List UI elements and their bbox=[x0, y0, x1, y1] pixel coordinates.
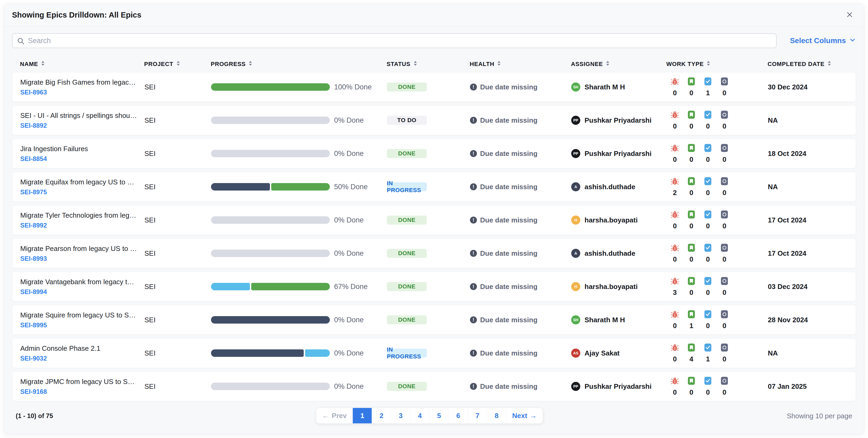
avatar: PP bbox=[571, 382, 580, 391]
status-cell: DONE bbox=[387, 382, 470, 391]
avatar: SH bbox=[571, 82, 580, 92]
epic-name-cell: Jira Ingestion FailuresSEI-8854 bbox=[20, 145, 145, 163]
exclamation-icon: ! bbox=[470, 383, 477, 390]
close-icon bbox=[846, 11, 854, 20]
epic-name: Migrate Tyler Technologies from legacy U… bbox=[20, 211, 137, 220]
project-cell: SEI bbox=[145, 183, 211, 191]
search-icon bbox=[17, 37, 25, 46]
story-icon bbox=[688, 343, 695, 352]
progress-segment bbox=[305, 349, 330, 357]
task-icon bbox=[705, 210, 711, 219]
work-type-item: 0 bbox=[683, 277, 700, 297]
chevron-down-icon bbox=[849, 36, 856, 45]
sort-icon[interactable] bbox=[706, 60, 711, 68]
avatar: SH bbox=[571, 315, 580, 324]
page-button-4[interactable]: 4 bbox=[410, 408, 430, 424]
select-columns-button[interactable]: Select Columns bbox=[790, 36, 856, 45]
page-button-7[interactable]: 7 bbox=[468, 408, 487, 424]
epic-id-link[interactable]: SEI-8992 bbox=[20, 222, 145, 229]
sort-icon[interactable] bbox=[41, 60, 45, 68]
work-type-cell: 3000 bbox=[666, 277, 768, 297]
assignee-name: harsha.boyapati bbox=[585, 282, 638, 291]
page-button-6[interactable]: 6 bbox=[448, 408, 468, 424]
column-header-assignee[interactable]: Assignee bbox=[571, 60, 666, 68]
epic-name: Migrate Equifax from legacy US to SEI on… bbox=[20, 178, 137, 186]
column-header-completed-date[interactable]: Completed Date bbox=[768, 60, 856, 68]
exclamation-icon: ! bbox=[470, 150, 477, 157]
sort-icon[interactable] bbox=[606, 60, 610, 68]
sort-icon[interactable] bbox=[176, 60, 180, 68]
sort-icon[interactable] bbox=[413, 60, 417, 68]
page-button-8[interactable]: 8 bbox=[487, 408, 506, 424]
issue-circle-icon bbox=[721, 110, 728, 119]
column-header-work-type[interactable]: Work Type bbox=[666, 60, 768, 68]
table-row: Migrate Equifax from legacy US to SEI on… bbox=[12, 172, 856, 202]
sort-icon[interactable] bbox=[248, 60, 253, 68]
health-label: Due date missing bbox=[480, 382, 537, 391]
epic-id-link[interactable]: SEI-8892 bbox=[20, 122, 145, 129]
epic-name-cell: Migrate Pearson from legacy US to SEI on… bbox=[20, 244, 145, 262]
column-header-name[interactable]: Name bbox=[20, 60, 144, 68]
work-type-count: 0 bbox=[722, 255, 726, 263]
work-type-cell: 0100 bbox=[666, 310, 768, 330]
prev-page-button[interactable]: ←Prev bbox=[316, 408, 353, 424]
column-header-label: Name bbox=[20, 61, 38, 68]
work-type-item: 0 bbox=[683, 77, 700, 97]
work-type-cell: 0000 bbox=[666, 110, 768, 130]
work-type-item: 0 bbox=[716, 310, 733, 330]
work-type-count: 0 bbox=[722, 189, 726, 197]
work-type-count: 4 bbox=[689, 355, 693, 363]
next-page-button[interactable]: Next→ bbox=[506, 408, 542, 424]
column-header-status[interactable]: Status bbox=[386, 60, 470, 68]
epic-name-cell: Migrate Big Fish Games from legacy US to… bbox=[20, 78, 145, 96]
search-input[interactable] bbox=[12, 33, 777, 48]
work-type-count: 0 bbox=[673, 355, 677, 363]
sort-icon[interactable] bbox=[827, 60, 832, 68]
page-button-2[interactable]: 2 bbox=[372, 408, 391, 424]
work-type-count: 0 bbox=[673, 322, 677, 330]
progress-cell: 0% Done bbox=[211, 382, 387, 391]
column-header-progress[interactable]: Progress bbox=[211, 60, 386, 68]
work-type-count: 0 bbox=[722, 355, 726, 363]
epic-id-link[interactable]: SEI-8994 bbox=[20, 288, 145, 296]
epic-id-link[interactable]: SEI-8854 bbox=[20, 155, 145, 163]
arrow-left-icon: ← bbox=[322, 412, 329, 420]
page-button-5[interactable]: 5 bbox=[430, 408, 448, 424]
epic-id-link[interactable]: SEI-8975 bbox=[20, 189, 145, 196]
epic-id-link[interactable]: SEI-8963 bbox=[20, 89, 145, 96]
sort-icon[interactable] bbox=[497, 60, 501, 68]
project-cell: SEI bbox=[145, 249, 211, 258]
assignee-name: harsha.boyapati bbox=[585, 216, 638, 224]
work-type-count: 0 bbox=[722, 89, 726, 97]
table-row: Jira Ingestion FailuresSEI-8854SEI0% Don… bbox=[12, 139, 856, 168]
status-badge: DONE bbox=[387, 315, 427, 324]
work-type-count: 0 bbox=[722, 156, 726, 164]
page-button-1[interactable]: 1 bbox=[353, 408, 372, 424]
progress-bar bbox=[211, 383, 330, 390]
avatar: H bbox=[571, 282, 580, 291]
progress-cell: 0% Done bbox=[211, 316, 387, 324]
column-header-health[interactable]: Health bbox=[470, 60, 571, 68]
health-cell: !Due date missing bbox=[470, 216, 571, 224]
health-label: Due date missing bbox=[480, 282, 537, 291]
work-type-count: 0 bbox=[689, 255, 693, 263]
assignee-cell: Aashish.duthade bbox=[571, 182, 666, 191]
task-icon bbox=[705, 277, 711, 285]
close-button[interactable] bbox=[844, 10, 855, 21]
column-header-project[interactable]: Project bbox=[144, 60, 211, 68]
progress-cell: 0% Done bbox=[211, 149, 387, 158]
footer: (1 - 10) of 75 ←Prev12345678Next→ Showin… bbox=[16, 408, 852, 424]
task-icon bbox=[705, 310, 711, 318]
exclamation-icon: ! bbox=[470, 316, 477, 323]
epic-id-link[interactable]: SEI-9168 bbox=[20, 388, 145, 396]
epic-id-link[interactable]: SEI-9032 bbox=[20, 355, 145, 362]
work-type-item: 0 bbox=[666, 144, 683, 164]
page-button-3[interactable]: 3 bbox=[391, 408, 410, 424]
story-icon bbox=[688, 77, 695, 86]
epic-id-link[interactable]: SEI-8995 bbox=[20, 322, 145, 329]
epic-id-link[interactable]: SEI-8993 bbox=[20, 255, 145, 262]
status-cell: DONE bbox=[387, 82, 470, 92]
bug-icon bbox=[671, 243, 679, 252]
epic-name-cell: SEI - UI - All strings / spellings shoul… bbox=[20, 111, 145, 129]
progress-segment bbox=[211, 316, 330, 324]
